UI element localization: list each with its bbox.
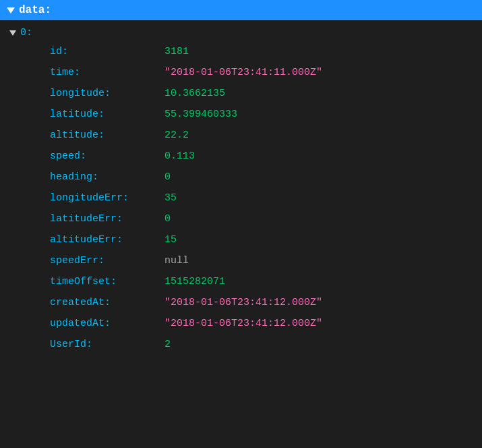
row-key: updatedAt: bbox=[50, 316, 164, 331]
row-key: longitude: bbox=[50, 86, 164, 101]
row-key: longitudeErr: bbox=[50, 191, 164, 205]
row-key: altitudeErr: bbox=[50, 233, 164, 247]
table-row: speed:0.113 bbox=[9, 146, 482, 167]
json-viewer: data: 0: id:3181time:"2018-01-06T23:41:1… bbox=[0, 0, 482, 359]
row-value: "2018-01-06T23:41:11.000Z" bbox=[164, 65, 322, 80]
row-value: 0.113 bbox=[164, 149, 195, 163]
row-key: heading: bbox=[50, 170, 164, 184]
row-value: 0 bbox=[164, 170, 171, 184]
row-key: latitude: bbox=[50, 107, 164, 121]
collapse-icon[interactable] bbox=[7, 7, 15, 13]
header-label: data: bbox=[19, 4, 51, 16]
table-row: UserId:2 bbox=[9, 334, 482, 355]
row-value: 1515282071 bbox=[164, 275, 225, 289]
row-key: speedErr: bbox=[50, 254, 164, 268]
row-value: 15 bbox=[164, 233, 177, 247]
row-key: UserId: bbox=[50, 337, 164, 352]
table-row: timeOffset:1515282071 bbox=[9, 271, 482, 292]
row-key: altitude: bbox=[50, 128, 164, 142]
row-value: "2018-01-06T23:41:12.000Z" bbox=[164, 296, 322, 310]
table-row: speedErr:null bbox=[9, 250, 482, 271]
row-value: 55.399460333 bbox=[164, 107, 237, 121]
row-key: timeOffset: bbox=[50, 275, 164, 289]
level0-section: 0: id:3181time:"2018-01-06T23:41:11.000Z… bbox=[0, 20, 482, 359]
row-value: "2018-01-06T23:41:12.000Z" bbox=[164, 316, 322, 331]
row-value: 35 bbox=[164, 191, 177, 205]
table-row: altitude:22.2 bbox=[9, 125, 482, 146]
table-row: latitudeErr:0 bbox=[9, 208, 482, 229]
row-key: createdAt: bbox=[50, 296, 164, 310]
table-row: time:"2018-01-06T23:41:11.000Z" bbox=[9, 62, 482, 83]
row-key: id: bbox=[50, 45, 164, 59]
table-row: latitude:55.399460333 bbox=[9, 104, 482, 125]
table-row: heading:0 bbox=[9, 167, 482, 188]
row-value: 22.2 bbox=[164, 128, 189, 142]
table-row: altitudeErr:15 bbox=[9, 229, 482, 250]
level0-header[interactable]: 0: bbox=[9, 24, 482, 41]
table-row: updatedAt:"2018-01-06T23:41:12.000Z" bbox=[9, 313, 482, 334]
table-row: createdAt:"2018-01-06T23:41:12.000Z" bbox=[9, 292, 482, 313]
row-value: 3181 bbox=[164, 45, 189, 59]
table-row: id:3181 bbox=[9, 41, 482, 62]
table-row: longitudeErr:35 bbox=[9, 188, 482, 208]
row-key: time: bbox=[50, 65, 164, 80]
row-value: null bbox=[164, 254, 189, 268]
row-value: 10.3662135 bbox=[164, 86, 225, 101]
level0-label: 0: bbox=[20, 27, 32, 38]
collapse-level0-icon[interactable] bbox=[9, 30, 16, 36]
row-key: speed: bbox=[50, 149, 164, 163]
row-value: 0 bbox=[164, 212, 171, 226]
data-header[interactable]: data: bbox=[0, 0, 482, 20]
rows-container: id:3181time:"2018-01-06T23:41:11.000Z"lo… bbox=[9, 41, 482, 355]
row-key: latitudeErr: bbox=[50, 212, 164, 226]
table-row: longitude:10.3662135 bbox=[9, 83, 482, 104]
row-value: 2 bbox=[164, 337, 171, 352]
